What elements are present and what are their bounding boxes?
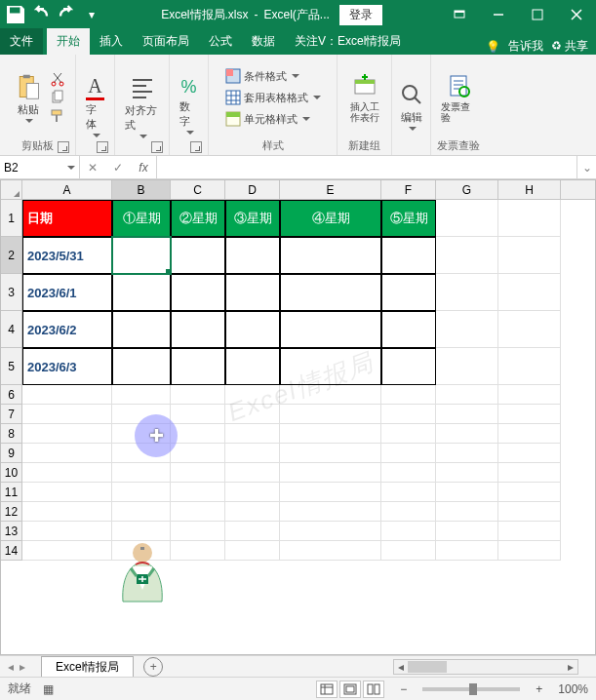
cell-A1[interactable]: 日期 [22, 200, 112, 237]
cell-E2[interactable] [280, 237, 381, 274]
macro-record-icon[interactable]: ▦ [43, 682, 54, 696]
row-14[interactable]: 14 [1, 541, 22, 561]
cell-C3[interactable] [171, 274, 225, 311]
row-12[interactable]: 12 [1, 502, 22, 522]
ribbon-display-icon[interactable] [440, 0, 479, 29]
row-2[interactable]: 2 [1, 237, 22, 274]
name-box[interactable]: B2 [0, 156, 80, 178]
row-1[interactable]: 1 [1, 200, 22, 237]
cell-F3[interactable] [381, 274, 436, 311]
sheet-tab-1[interactable]: Excel情报局 [41, 656, 134, 678]
cell-F5[interactable] [381, 348, 436, 385]
cell-B2[interactable] [112, 237, 171, 274]
cell-D2[interactable] [225, 237, 280, 274]
scroll-left-icon[interactable]: ◂ [394, 660, 408, 674]
cell-F4[interactable] [381, 311, 436, 348]
sheet-nav-first-icon[interactable]: ◂ [8, 660, 14, 674]
fx-icon[interactable]: fx [131, 161, 156, 175]
format-painter-icon[interactable] [50, 108, 65, 124]
select-all-button[interactable] [1, 180, 22, 199]
view-pagebreak-icon[interactable] [363, 681, 384, 698]
col-D[interactable]: D [225, 180, 280, 199]
cell-H5[interactable] [498, 348, 561, 385]
row-9[interactable]: 9 [1, 444, 22, 463]
col-A[interactable]: A [22, 180, 112, 199]
col-C[interactable]: C [171, 180, 225, 199]
undo-icon[interactable] [29, 3, 53, 26]
tab-formula[interactable]: 公式 [199, 28, 242, 55]
copy-icon[interactable] [50, 90, 65, 105]
cell-H2[interactable] [498, 237, 561, 274]
cell-H1[interactable] [498, 200, 561, 237]
save-icon[interactable] [4, 3, 27, 26]
font-dialog-icon[interactable] [97, 141, 108, 153]
number-button[interactable]: %数字 [176, 75, 202, 136]
row-4[interactable]: 4 [1, 311, 22, 348]
col-H[interactable]: H [498, 180, 561, 199]
formula-cancel-icon[interactable]: ✕ [80, 161, 105, 175]
zoom-slider[interactable] [422, 687, 520, 691]
number-dialog-icon[interactable] [190, 141, 202, 153]
add-sheet-button[interactable]: + [143, 657, 163, 677]
row-10[interactable]: 10 [1, 463, 22, 483]
font-button[interactable]: A字体 [82, 73, 108, 139]
formula-expand-icon[interactable]: ⌄ [576, 156, 596, 178]
paste-button[interactable]: 粘贴 [11, 71, 46, 125]
zoom-level[interactable]: 100% [558, 682, 588, 696]
cell-D3[interactable] [225, 274, 280, 311]
view-layout-icon[interactable] [339, 681, 361, 698]
cell-G5[interactable] [436, 348, 498, 385]
alignment-button[interactable]: 对齐方式 [121, 72, 163, 140]
cell-B5[interactable] [112, 348, 171, 385]
sheet-nav-last-icon[interactable]: ▸ [20, 660, 25, 674]
clipboard-dialog-icon[interactable] [58, 141, 69, 153]
tab-file[interactable]: 文件 [0, 28, 43, 55]
share-button[interactable]: ♻ 共享 [551, 38, 588, 55]
tab-layout[interactable]: 页面布局 [133, 28, 199, 55]
col-E[interactable]: E [280, 180, 381, 199]
formula-input[interactable] [157, 156, 576, 178]
view-normal-icon[interactable] [316, 681, 338, 698]
tab-follow[interactable]: 关注V：Excel情报局 [285, 28, 411, 55]
cell-D5[interactable] [225, 348, 280, 385]
editing-button[interactable]: 编辑 [394, 79, 429, 133]
cell-E1[interactable]: ④星期 [280, 200, 381, 237]
cell-A2[interactable]: 2023/5/31 [22, 237, 112, 274]
col-G[interactable]: G [436, 180, 498, 199]
tellme-text[interactable]: 告诉我 [508, 38, 543, 55]
cell-B4[interactable] [112, 311, 171, 348]
cell-D4[interactable] [225, 311, 280, 348]
cell-B1[interactable]: ①星期 [112, 200, 171, 237]
cell-A5[interactable]: 2023/6/3 [22, 348, 112, 385]
cell-G2[interactable] [436, 237, 498, 274]
cell-E3[interactable] [280, 274, 381, 311]
cell-F2[interactable] [381, 237, 436, 274]
cell-style-button[interactable]: 单元格样式 [225, 111, 310, 127]
formula-enter-icon[interactable]: ✓ [105, 161, 131, 175]
row-5[interactable]: 5 [1, 348, 22, 385]
cell-C4[interactable] [171, 311, 225, 348]
cell-A3[interactable]: 2023/6/1 [22, 274, 112, 311]
close-icon[interactable] [557, 0, 596, 29]
tab-data[interactable]: 数据 [242, 28, 285, 55]
zoom-in-icon[interactable]: + [532, 682, 546, 696]
cell-E4[interactable] [280, 311, 381, 348]
cell-H3[interactable] [498, 274, 561, 311]
row-6[interactable]: 6 [1, 385, 22, 405]
qat-customize-icon[interactable]: ▾ [80, 3, 103, 26]
tellme-icon[interactable]: 💡 [486, 40, 500, 54]
cell-C2[interactable] [171, 237, 225, 274]
cell-E5[interactable] [280, 348, 381, 385]
col-B[interactable]: B [112, 180, 171, 199]
align-dialog-icon[interactable] [151, 141, 163, 153]
tab-home[interactable]: 开始 [47, 28, 90, 55]
row-3[interactable]: 3 [1, 274, 22, 311]
cell-G4[interactable] [436, 311, 498, 348]
minimize-icon[interactable] [479, 0, 518, 29]
zoom-out-icon[interactable]: − [396, 682, 411, 696]
cell-C1[interactable]: ②星期 [171, 200, 225, 237]
cell-G1[interactable] [436, 200, 498, 237]
table-format-button[interactable]: 套用表格格式 [225, 90, 321, 105]
row-13[interactable]: 13 [1, 522, 22, 541]
horizontal-scrollbar[interactable]: ◂ ▸ [393, 659, 578, 675]
